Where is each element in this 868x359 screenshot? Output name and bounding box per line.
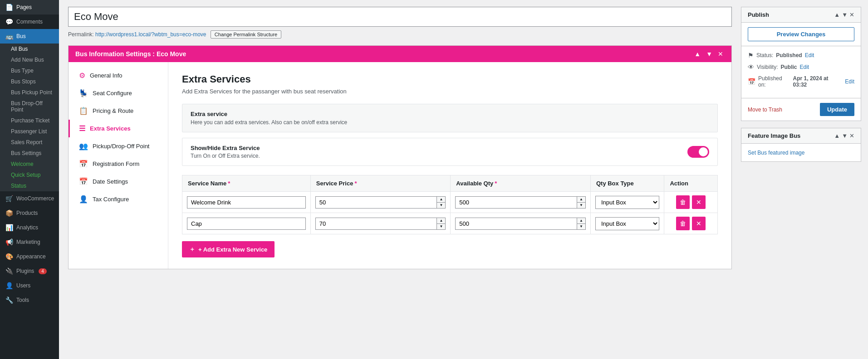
collapse-up-button[interactable]: ▲ [693,50,702,58]
nav-item-pickup-dropoff[interactable]: 👥 Pickup/Drop-Off Point [69,137,168,155]
sidebar: 📄 Pages 💬 Comments 🚌 Bus All Bus Add New… [0,0,59,359]
preview-changes-button[interactable]: Preview Changes [748,27,854,41]
available-qty-cell: ▲▼ [451,213,591,234]
col-qty-box-type: Qty Box Type [590,175,664,192]
nav-item-general-info[interactable]: ⚙ General Info [69,67,168,84]
bus-title-input[interactable] [68,7,732,27]
sidebar-subitem-passenger-list[interactable]: Passenger List [0,126,59,137]
sidebar-item-woocommerce[interactable]: 🛒 WooCommerce [0,191,59,206]
sidebar-subitem-bus-settings[interactable]: Bus Settings [0,148,59,159]
sidebar-item-analytics[interactable]: 📊 Analytics [0,220,59,235]
action-btns: 🗑 ✕ [669,217,713,230]
action-btns: 🗑 ✕ [669,195,713,209]
nav-item-date-settings[interactable]: 📅 Date Settings [69,173,168,190]
preview-row: Preview Changes [741,23,861,46]
add-service-plus-icon: ＋ [189,245,195,253]
price-up-arrow[interactable]: ▲ [437,197,445,203]
service-price-input[interactable] [316,197,437,208]
sidebar-subitem-all-bus[interactable]: All Bus [0,44,59,54]
publish-close[interactable]: ✕ [849,11,854,18]
status-edit-link[interactable]: Edit [805,52,814,58]
permalink-url[interactable]: http://wordpress1.local/?wbtm_bus=eco-mo… [95,31,206,38]
add-extra-service-button[interactable]: ＋ + Add Extra New Service [182,241,275,257]
editor-panel: Permalink: http://wordpress1.local/?wbtm… [59,0,741,359]
sidebar-item-appearance[interactable]: 🎨 Appearance [0,249,59,264]
delete-row-button[interactable]: 🗑 [676,217,690,230]
sidebar-item-pages[interactable]: 📄 Pages [0,0,59,15]
sidebar-item-plugins[interactable]: 🔌 Plugins 4 [0,264,59,278]
qty-box-type-cell: Input BoxDropdownCheckbox [590,192,664,213]
visibility-icon: 👁 [748,63,754,71]
duplicate-row-button[interactable]: ✕ [692,217,706,230]
calendar-icon: 📅 [748,78,755,85]
service-price-input[interactable] [316,218,437,229]
services-table: Service Name* Service Price* Available Q… [182,175,718,234]
sidebar-item-tools[interactable]: 🔧 Tools [0,293,59,307]
sidebar-subitem-sales-report[interactable]: Sales Report [0,137,59,148]
sidebar-subitem-bus-stops[interactable]: Bus Stops [0,76,59,87]
visibility-edit-link[interactable]: Edit [799,64,809,70]
sidebar-subitem-bus-dropoff[interactable]: Bus Drop-Off Point [0,98,59,115]
sidebar-item-products[interactable]: 📦 Products [0,206,59,220]
sidebar-subitem-quick-setup[interactable]: Quick Setup [0,170,59,180]
sidebar-subitem-welcome[interactable]: Welcome [0,159,59,170]
nav-item-tax-configure[interactable]: 👤 Tax Configure [69,190,168,208]
duplicate-row-button[interactable]: ✕ [692,195,706,209]
collapse-down-button[interactable]: ▼ [705,50,714,58]
bus-info-header: Bus Information Settings : Eco Move ▲ ▼ … [69,46,731,62]
feature-image-collapse-down[interactable]: ▼ [842,132,848,139]
sidebar-item-bus[interactable]: 🚌 Bus [0,29,59,44]
available-qty-input[interactable] [456,197,577,208]
publish-header: Publish ▲ ▼ ✕ [741,7,861,23]
close-panel-button[interactable]: ✕ [716,50,725,58]
publish-collapse-up[interactable]: ▲ [834,11,840,18]
nav-item-extra-services[interactable]: ☰ Extra Services [69,120,168,137]
service-name-input[interactable] [187,218,306,230]
qty-box-type-select[interactable]: Input BoxDropdownCheckbox [595,217,660,230]
products-icon: 📦 [5,209,13,217]
price-up-arrow[interactable]: ▲ [437,218,445,224]
sidebar-subitem-add-new-bus[interactable]: Add New Bus [0,54,59,65]
sidebar-item-users[interactable]: 👤 Users [0,278,59,293]
qty-up-arrow[interactable]: ▲ [577,197,585,203]
users-icon: 👤 [5,282,13,289]
service-name-cell [182,213,311,234]
qty-down-arrow[interactable]: ▼ [577,203,585,208]
bus-info-panel: Bus Information Settings : Eco Move ▲ ▼ … [68,45,732,269]
available-qty-input[interactable] [456,218,577,229]
sidebar-subitem-status[interactable]: Status [0,180,59,191]
nav-item-seat-configure[interactable]: 💺 Seat Configure [69,84,168,102]
sidebar-subitem-bus-type[interactable]: Bus Type [0,65,59,76]
nav-item-registration-form[interactable]: 📅 Registration Form [69,155,168,173]
published-edit-link[interactable]: Edit [845,78,854,85]
bus-content: Extra Services Add Extra Services for th… [168,62,731,269]
delete-row-button[interactable]: 🗑 [676,195,690,209]
set-featured-image-link[interactable]: Set Bus featured image [748,150,804,156]
qty-up-arrow[interactable]: ▲ [577,218,585,224]
feature-image-close[interactable]: ✕ [849,132,854,139]
status-icon: ⚑ [748,52,754,59]
sidebar-item-marketing[interactable]: 📢 Marketing [0,235,59,249]
nav-item-pricing-route[interactable]: 📋 Pricing & Route [69,102,168,120]
price-down-arrow[interactable]: ▼ [437,224,445,229]
permalink-row: Permalink: http://wordpress1.local/?wbtm… [68,30,732,39]
registration-form-icon: 📅 [79,160,88,168]
extra-service-toggle[interactable] [687,146,709,158]
feature-image-collapse-up[interactable]: ▲ [834,132,840,139]
service-name-cell [182,192,311,213]
sidebar-subitem-purchase-ticket[interactable]: Purchase Ticket [0,115,59,126]
price-down-arrow[interactable]: ▼ [437,203,445,208]
qty-down-arrow[interactable]: ▼ [577,224,585,229]
qty-box-type-select[interactable]: Input BoxDropdownCheckbox [595,196,660,209]
col-service-name: Service Name* [182,175,311,192]
service-name-input[interactable] [187,196,306,209]
update-button[interactable]: Update [820,103,854,116]
toggle-row: Show/Hide Extra Service Turn On or Off E… [182,138,718,166]
publish-status-row: ⚑ Status: Published Edit [748,52,854,59]
move-to-trash-button[interactable]: Move to Trash [748,107,782,113]
main-content: Permalink: http://wordpress1.local/?wbtm… [59,0,868,359]
sidebar-subitem-bus-pickup[interactable]: Bus Pickup Point [0,87,59,98]
publish-collapse-down[interactable]: ▼ [842,11,848,18]
sidebar-item-comments[interactable]: 💬 Comments [0,15,59,29]
change-permalink-button[interactable]: Change Permalink Structure [211,30,281,39]
